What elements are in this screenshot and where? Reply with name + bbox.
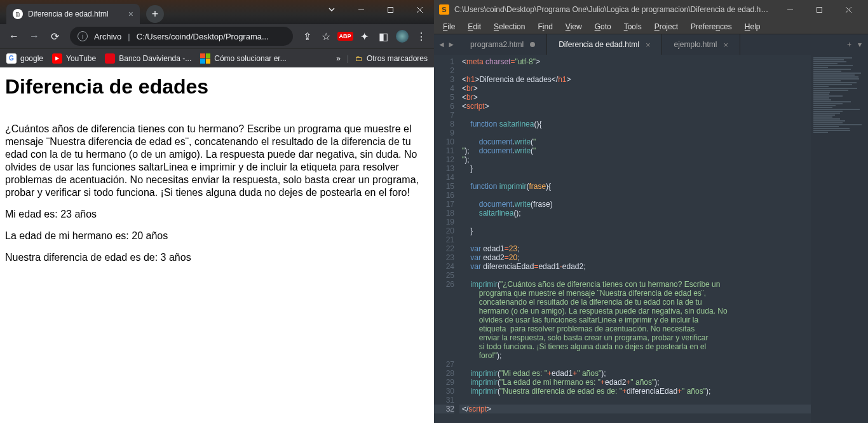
- page-heading: Diferencia de edades: [5, 75, 429, 99]
- profile-avatar-icon[interactable]: [395, 29, 410, 44]
- menu-find[interactable]: Find: [532, 21, 557, 32]
- browser-tab[interactable]: 🗎 Diferencia de edad.html ×: [6, 4, 140, 24]
- sublime-titlebar: S C:\Users\coind\Desktop\Programa One\Ju…: [434, 0, 868, 19]
- chrome-titlebar: 🗎 Diferencia de edad.html × +: [0, 0, 434, 24]
- sublime-logo-icon: S: [439, 4, 449, 15]
- new-tab-button[interactable]: +: [146, 5, 164, 23]
- tab-title: Diferencia de edad.html: [28, 10, 109, 18]
- menu-file[interactable]: File: [438, 21, 460, 32]
- bookmarks-overflow[interactable]: »: [336, 54, 341, 63]
- close-window-icon[interactable]: [834, 0, 863, 19]
- menu-preferences[interactable]: Preferences: [686, 21, 737, 32]
- menu-help[interactable]: Help: [740, 21, 766, 32]
- url-scheme: Archivo: [94, 32, 121, 41]
- menu-view[interactable]: View: [560, 21, 587, 32]
- chrome-window: 🗎 Diferencia de edad.html × + ← → ⟳ i Ar…: [0, 0, 434, 423]
- output-line-diff: Nuestra diferencia de edad es de: 3 años: [5, 251, 429, 264]
- toolbar-right: ⇪ ☆ ABP ✦ ◧ ⋮: [299, 29, 429, 44]
- editor-body: 1234567891011121314151617181920212223242…: [434, 55, 868, 423]
- minimize-icon[interactable]: [775, 0, 804, 19]
- extensions-icon[interactable]: ✦: [356, 29, 372, 44]
- sublime-menu-bar: File Edit Selection Find View Goto Tools…: [434, 19, 868, 34]
- svg-rect-0: [388, 7, 393, 12]
- other-bookmarks[interactable]: 🗀Otros marcadores: [355, 54, 428, 63]
- tab-dropdown-icon[interactable]: ▾: [858, 40, 862, 49]
- menu-goto[interactable]: Goto: [590, 21, 616, 32]
- davivienda-icon: [105, 53, 115, 64]
- minimize-icon[interactable]: [346, 0, 376, 19]
- abp-extension-icon[interactable]: ABP: [337, 29, 353, 44]
- bookmark-youtube[interactable]: ▶YouTube: [52, 53, 96, 64]
- maximize-icon[interactable]: [376, 0, 405, 19]
- maximize-icon[interactable]: [804, 0, 834, 19]
- menu-project[interactable]: Project: [649, 21, 683, 32]
- menu-selection[interactable]: Selection: [489, 21, 530, 32]
- minimap[interactable]: [811, 55, 868, 423]
- address-bar[interactable]: i Archivo | C:/Users/coind/Desktop/Progr…: [70, 27, 293, 46]
- sublime-window: S C:\Users\coind\Desktop\Programa One\Ju…: [434, 0, 868, 423]
- star-icon[interactable]: ☆: [318, 29, 334, 44]
- google-icon: G: [6, 53, 17, 64]
- tab-nav-arrows[interactable]: ◄ ►: [434, 34, 459, 55]
- reader-icon[interactable]: ◧: [376, 29, 391, 44]
- sublime-tab-bar: ◄ ► programa2.html Diferencia de edad.ht…: [434, 34, 868, 55]
- menu-tools[interactable]: Tools: [619, 21, 647, 32]
- youtube-icon: ▶: [52, 53, 62, 64]
- url-path: C:/Users/coind/Desktop/Programa...: [137, 32, 269, 41]
- chrome-toolbar: ← → ⟳ i Archivo | C:/Users/coind/Desktop…: [0, 24, 434, 48]
- page-paragraph: ¿Cuántos años de diferencia tienes con t…: [5, 123, 429, 199]
- line-gutter: 1234567891011121314151617181920212223242…: [434, 55, 459, 423]
- close-tab-icon[interactable]: ×: [128, 9, 133, 19]
- sublime-window-controls: [775, 0, 863, 19]
- bookmark-davivienda[interactable]: Banco Davivienda -...: [105, 53, 191, 64]
- bookmark-google[interactable]: Ggoogle: [6, 53, 43, 64]
- page-content: Diferencia de edades ¿Cuántos años de di…: [0, 67, 434, 423]
- close-window-icon[interactable]: [405, 0, 434, 19]
- back-button[interactable]: ←: [5, 27, 23, 45]
- chrome-menu-button[interactable]: ⋮: [414, 29, 429, 44]
- close-tab-icon[interactable]: ×: [646, 40, 651, 50]
- menu-edit[interactable]: Edit: [463, 21, 486, 32]
- editor-tab-ejemplo[interactable]: ejemplo.html×: [662, 34, 740, 55]
- svg-rect-1: [817, 7, 822, 12]
- chrome-window-controls: [317, 0, 434, 19]
- reload-button[interactable]: ⟳: [46, 27, 64, 45]
- share-icon[interactable]: ⇪: [299, 29, 315, 44]
- sublime-window-title: C:\Users\coind\Desktop\Programa One\Juli…: [454, 5, 770, 14]
- close-tab-icon[interactable]: ×: [724, 40, 729, 50]
- unsaved-dot-icon: [530, 42, 535, 47]
- editor-tab-programa2[interactable]: programa2.html: [459, 34, 547, 55]
- output-line-age2: La edad de mi hermano es: 20 años: [5, 230, 429, 242]
- editor-tab-diferencia[interactable]: Diferencia de edad.html×: [547, 34, 662, 55]
- bookmark-msfix[interactable]: Cómo solucionar er...: [200, 53, 286, 64]
- output-line-age1: Mi edad es: 23 años: [5, 208, 429, 221]
- code-area[interactable]: <meta charset="utf-8"> <h1>Diferencia de…: [459, 55, 811, 423]
- file-icon: 🗎: [13, 9, 23, 19]
- chevron-down-icon[interactable]: [317, 0, 346, 19]
- forward-button[interactable]: →: [25, 27, 43, 45]
- folder-icon: 🗀: [355, 54, 363, 63]
- new-tab-button[interactable]: +: [847, 40, 851, 49]
- microsoft-icon: [200, 53, 210, 64]
- site-info-icon[interactable]: i: [78, 31, 88, 41]
- bookmarks-bar: Ggoogle ▶YouTube Banco Davivienda -... C…: [0, 48, 434, 67]
